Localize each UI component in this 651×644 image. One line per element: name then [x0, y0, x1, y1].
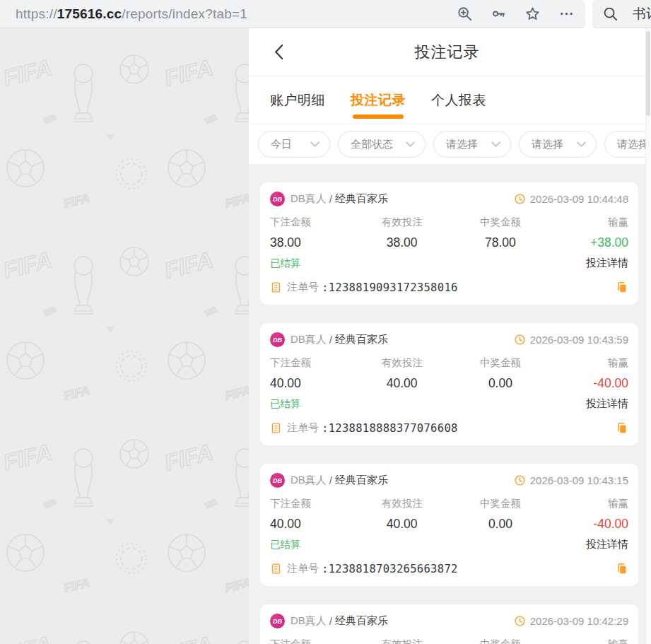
valid-bet-label: 有效投注 [353, 497, 451, 510]
url-domain: 175616.cc [57, 6, 122, 21]
bet-amount-value: 40.00 [270, 517, 353, 532]
winloss-value: +38.00 [550, 235, 628, 250]
filter-select-dropdown-2[interactable]: 请选择 [519, 131, 597, 158]
valid-bet-label: 有效投注 [353, 356, 451, 370]
bet-amount-label: 下注金额 [270, 216, 353, 229]
address-bar[interactable]: https://175616.cc/reports/index?tab=1 [0, 0, 585, 28]
order-number-label: 注单号 [287, 421, 319, 435]
valid-bet-label: 有效投注 [353, 638, 451, 644]
winloss-label: 输赢 [550, 497, 628, 510]
tab-label: 投注记录 [351, 91, 406, 110]
order-number-label: 注单号 [287, 281, 319, 294]
winloss-value: -40.00 [550, 376, 628, 391]
prize-amount-label: 中奖金额 [451, 638, 549, 644]
chevron-down-icon [491, 141, 500, 148]
tab-label: 个人报表 [431, 91, 486, 110]
status-badge: 已结算 [270, 538, 301, 551]
bet-record-card: DB DB真人 / 经典百家乐 2026-03-09 10:43:59 下注金额… [260, 323, 638, 445]
tab-label: 账户明细 [270, 91, 325, 110]
separator: / [329, 334, 332, 346]
filter-value: 全部状态 [351, 138, 393, 151]
copy-icon[interactable] [615, 421, 628, 435]
filter-select-dropdown-1[interactable]: 请选择 [433, 131, 511, 158]
prize-amount-label: 中奖金额 [451, 216, 549, 229]
search-icon [602, 5, 618, 23]
order-note-icon [270, 422, 282, 434]
tab-bet-records[interactable]: 投注记录 [351, 76, 406, 124]
colon: : [322, 422, 329, 435]
winloss-label: 输赢 [550, 216, 628, 229]
valid-bet-label: 有效投注 [353, 216, 451, 229]
filter-select-dropdown-3[interactable]: 请选择 [604, 131, 645, 158]
fifa-watermark-background: FIFA [0, 28, 249, 644]
order-number-label: 注单号 [287, 562, 319, 575]
chevron-down-icon [577, 141, 586, 148]
page-title: 投注记录 [249, 42, 645, 63]
tab-personal-report[interactable]: 个人报表 [431, 76, 486, 124]
db-provider-badge: DB [270, 614, 285, 628]
bet-amount-value: 40.00 [270, 376, 353, 391]
bet-details-link[interactable]: 投注详情 [586, 257, 628, 270]
colon: : [322, 563, 329, 575]
filter-date-dropdown[interactable]: 今日 [258, 131, 330, 158]
bet-details-link[interactable]: 投注详情 [586, 538, 628, 551]
separator: / [329, 615, 332, 627]
bet-amount-label: 下注金额 [270, 497, 353, 510]
order-note-icon [270, 563, 282, 575]
bet-record-card: DB DB真人 / 经典百家乐 2026-03-09 10:42:29 下注金额… [260, 604, 638, 644]
key-icon[interactable] [489, 5, 508, 23]
bet-record-card: DB DB真人 / 经典百家乐 2026-03-09 10:44:48 下注金额… [260, 182, 638, 305]
page-viewport: FIFA [0, 28, 651, 644]
bet-amount-value: 38.00 [270, 235, 353, 250]
tab-account-details[interactable]: 账户明细 [270, 76, 325, 124]
tab-bar: 账户明细 投注记录 个人报表 [249, 76, 645, 124]
filter-status-dropdown[interactable]: 全部状态 [338, 131, 426, 158]
separator: / [329, 474, 332, 486]
active-tab-indicator [353, 115, 404, 119]
bet-amount-label: 下注金额 [270, 638, 353, 644]
back-icon[interactable] [269, 42, 288, 62]
clock-icon [514, 193, 526, 205]
more-icon[interactable] [557, 5, 575, 23]
status-badge: 已结算 [270, 257, 301, 270]
valid-bet-value: 38.00 [353, 235, 451, 250]
scrollbar-thumb[interactable] [646, 31, 650, 116]
zoom-in-icon[interactable] [455, 5, 474, 23]
winloss-value: -40.00 [550, 517, 628, 532]
clock-icon [514, 334, 526, 346]
browser-toolbar: https://175616.cc/reports/index?tab=1 [0, 0, 651, 28]
bet-time: 2026-03-09 10:44:48 [530, 193, 628, 205]
winloss-label: 输赢 [550, 356, 628, 370]
bet-record-list: DB DB真人 / 经典百家乐 2026-03-09 10:44:48 下注金额… [249, 164, 645, 644]
provider-name: DB真人 [291, 474, 327, 487]
bookmark-search-box[interactable]: 书记 [592, 0, 651, 28]
chevron-down-icon [310, 141, 319, 148]
bookmark-search-label: 书记 [633, 5, 651, 23]
db-provider-badge: DB [270, 192, 285, 206]
provider-name: DB真人 [291, 614, 327, 628]
colon: : [322, 281, 329, 294]
bet-time: 2026-03-09 10:43:59 [530, 334, 628, 346]
filter-value: 请选择 [532, 138, 563, 151]
filter-bar: 今日 全部状态 请选择 请选择 请选择 [249, 124, 645, 164]
prize-amount-value: 0.00 [451, 517, 549, 532]
game-name: 经典百家乐 [335, 333, 388, 346]
copy-icon[interactable] [615, 281, 628, 294]
separator: / [329, 193, 332, 205]
prize-amount-value: 78.00 [451, 235, 549, 250]
db-provider-badge: DB [270, 332, 285, 347]
order-number-value: 1238818703265663872 [329, 563, 458, 575]
valid-bet-value: 40.00 [353, 517, 451, 532]
url-text: https://175616.cc/reports/index?tab=1 [16, 6, 247, 22]
bet-time: 2026-03-09 10:43:15 [530, 474, 628, 486]
bet-record-card: DB DB真人 / 经典百家乐 2026-03-09 10:43:15 下注金额… [260, 464, 638, 586]
scrollbar[interactable] [645, 28, 651, 644]
filter-value: 请选择 [617, 138, 645, 151]
chevron-down-icon [406, 141, 415, 148]
bet-time: 2026-03-09 10:42:29 [530, 615, 628, 627]
prize-amount-label: 中奖金额 [451, 356, 549, 370]
bet-details-link[interactable]: 投注详情 [586, 397, 628, 411]
copy-icon[interactable] [615, 562, 628, 575]
star-icon[interactable] [523, 5, 541, 23]
game-name: 经典百家乐 [335, 614, 388, 628]
